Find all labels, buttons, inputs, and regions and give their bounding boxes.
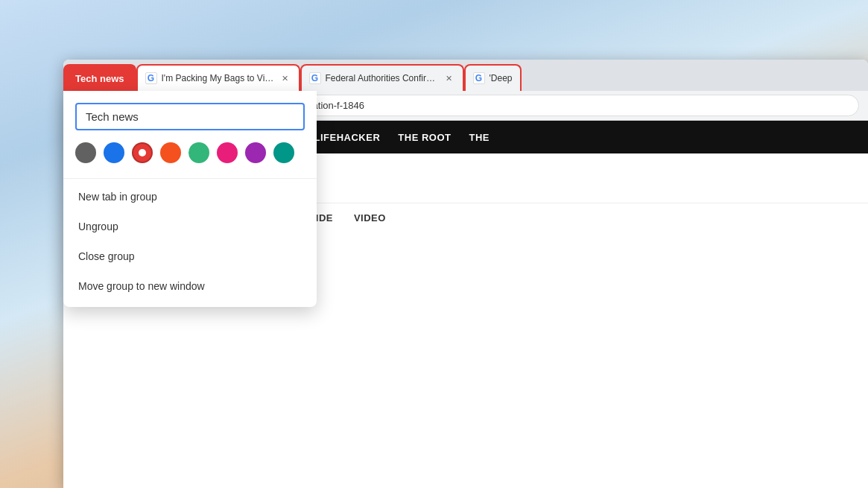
nav-the-root[interactable]: THE ROOT bbox=[398, 132, 451, 143]
tab-group-popup: New tab in groupUngroupClose groupMove g… bbox=[63, 91, 317, 307]
tab-1[interactable]: G I'm Packing My Bags to Visit the ✕ bbox=[136, 64, 300, 91]
color-swatch-grey[interactable] bbox=[75, 142, 96, 163]
tab-2-title: Federal Authorities Confirm Sigh bbox=[326, 73, 439, 83]
tab-2-favicon: G bbox=[309, 72, 321, 84]
color-swatch-teal[interactable] bbox=[273, 142, 294, 163]
new-tab-in-group-menu-item[interactable]: New tab in group bbox=[75, 182, 305, 212]
tab-1-favicon: G bbox=[145, 72, 157, 84]
tab-3[interactable]: G 'Deep bbox=[464, 64, 522, 91]
color-swatches bbox=[75, 142, 305, 163]
nav-the[interactable]: THE bbox=[469, 132, 490, 143]
tab-bar: Tech news G I'm Packing My Bags to Visit… bbox=[63, 60, 868, 91]
color-swatch-red[interactable] bbox=[132, 142, 153, 163]
color-swatch-pink[interactable] bbox=[217, 142, 238, 163]
color-swatch-green[interactable] bbox=[189, 142, 209, 163]
tab-group-label[interactable]: Tech news bbox=[63, 64, 136, 91]
popup-divider bbox=[63, 178, 317, 179]
ungroup-menu-item[interactable]: Ungroup bbox=[75, 212, 305, 241]
sub-nav-video[interactable]: VIDEO bbox=[354, 212, 386, 224]
color-swatch-orange[interactable] bbox=[160, 142, 181, 163]
tab-2[interactable]: G Federal Authorities Confirm Sigh ✕ bbox=[300, 64, 464, 91]
color-swatch-blue[interactable] bbox=[104, 142, 124, 163]
tab-1-close-icon[interactable]: ✕ bbox=[279, 72, 291, 84]
popup-menu: New tab in groupUngroupClose groupMove g… bbox=[75, 182, 305, 301]
tab-3-title: 'Deep bbox=[490, 73, 513, 83]
nav-lifehacker[interactable]: LIFEHACKER bbox=[314, 132, 381, 143]
move-group-to-new-window-menu-item[interactable]: Move group to new window bbox=[75, 271, 305, 301]
browser-window: Tech news G I'm Packing My Bags to Visit… bbox=[63, 60, 868, 488]
color-swatch-purple[interactable] bbox=[245, 142, 266, 163]
tab-2-close-icon[interactable]: ✕ bbox=[443, 72, 455, 84]
close-group-menu-item[interactable]: Close group bbox=[75, 241, 305, 271]
tab-3-favicon: G bbox=[473, 72, 485, 84]
tab-1-title: I'm Packing My Bags to Visit the bbox=[162, 73, 275, 83]
group-name-input[interactable] bbox=[75, 103, 305, 130]
